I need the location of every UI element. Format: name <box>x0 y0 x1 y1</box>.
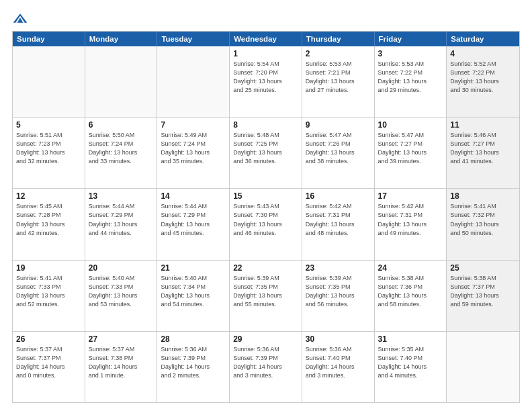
day-info: Sunrise: 5:53 AM Sunset: 7:21 PM Dayligh… <box>306 60 371 95</box>
day-number: 25 <box>450 263 516 273</box>
day-info: Sunrise: 5:41 AM Sunset: 7:32 PM Dayligh… <box>450 202 516 237</box>
day-cell: 20Sunrise: 5:40 AM Sunset: 7:33 PM Dayli… <box>85 261 158 331</box>
day-info: Sunrise: 5:47 AM Sunset: 7:27 PM Dayligh… <box>378 131 443 166</box>
day-number: 13 <box>89 191 154 201</box>
day-cell <box>85 46 158 117</box>
day-number: 19 <box>16 263 81 273</box>
day-number: 18 <box>450 191 516 201</box>
day-number: 27 <box>89 334 154 344</box>
day-number: 10 <box>378 120 443 130</box>
week-row: 26Sunrise: 5:37 AM Sunset: 7:37 PM Dayli… <box>13 331 519 402</box>
day-number: 24 <box>378 263 443 273</box>
day-info: Sunrise: 5:43 AM Sunset: 7:30 PM Dayligh… <box>233 202 298 237</box>
day-info: Sunrise: 5:40 AM Sunset: 7:33 PM Dayligh… <box>89 274 154 309</box>
day-info: Sunrise: 5:42 AM Sunset: 7:31 PM Dayligh… <box>378 202 443 237</box>
day-header: Sunday <box>13 32 85 46</box>
day-number: 4 <box>450 49 516 58</box>
day-info: Sunrise: 5:44 AM Sunset: 7:29 PM Dayligh… <box>89 202 154 237</box>
week-row: 12Sunrise: 5:45 AM Sunset: 7:28 PM Dayli… <box>13 188 519 259</box>
day-number: 21 <box>161 263 226 273</box>
day-info: Sunrise: 5:53 AM Sunset: 7:22 PM Dayligh… <box>378 60 443 95</box>
day-number: 15 <box>233 191 298 201</box>
day-cell: 23Sunrise: 5:39 AM Sunset: 7:35 PM Dayli… <box>302 261 375 331</box>
day-cell: 12Sunrise: 5:45 AM Sunset: 7:28 PM Dayli… <box>13 189 85 259</box>
day-info: Sunrise: 5:36 AM Sunset: 7:39 PM Dayligh… <box>233 345 298 380</box>
day-number: 1 <box>233 49 298 58</box>
day-number: 23 <box>306 263 371 273</box>
week-row: 1Sunrise: 5:54 AM Sunset: 7:20 PM Daylig… <box>13 46 519 117</box>
day-cell: 13Sunrise: 5:44 AM Sunset: 7:29 PM Dayli… <box>85 189 158 259</box>
day-info: Sunrise: 5:41 AM Sunset: 7:33 PM Dayligh… <box>16 274 81 309</box>
page: SundayMondayTuesdayWednesdayThursdayFrid… <box>0 0 532 411</box>
day-number: 31 <box>378 334 443 344</box>
day-number: 6 <box>89 120 154 130</box>
day-cell: 4Sunrise: 5:52 AM Sunset: 7:22 PM Daylig… <box>447 46 519 117</box>
day-number: 16 <box>306 191 371 201</box>
day-cell <box>447 332 519 402</box>
day-number: 29 <box>233 334 298 344</box>
logo <box>12 12 31 24</box>
calendar: SundayMondayTuesdayWednesdayThursdayFrid… <box>12 31 520 403</box>
day-info: Sunrise: 5:39 AM Sunset: 7:35 PM Dayligh… <box>306 274 371 309</box>
day-number: 5 <box>16 120 81 130</box>
day-number: 26 <box>16 334 81 344</box>
day-number: 28 <box>161 334 226 344</box>
day-cell: 29Sunrise: 5:36 AM Sunset: 7:39 PM Dayli… <box>230 332 302 402</box>
logo-icon <box>12 12 28 24</box>
day-info: Sunrise: 5:40 AM Sunset: 7:34 PM Dayligh… <box>161 274 226 309</box>
day-number: 7 <box>161 120 226 130</box>
day-cell: 1Sunrise: 5:54 AM Sunset: 7:20 PM Daylig… <box>230 46 302 117</box>
day-cell: 30Sunrise: 5:36 AM Sunset: 7:40 PM Dayli… <box>302 332 375 402</box>
day-cell: 11Sunrise: 5:46 AM Sunset: 7:27 PM Dayli… <box>447 118 519 188</box>
day-number: 3 <box>378 49 443 58</box>
day-cell <box>13 46 85 117</box>
day-info: Sunrise: 5:36 AM Sunset: 7:40 PM Dayligh… <box>306 345 371 380</box>
day-info: Sunrise: 5:52 AM Sunset: 7:22 PM Dayligh… <box>450 60 516 95</box>
day-info: Sunrise: 5:39 AM Sunset: 7:35 PM Dayligh… <box>233 274 298 309</box>
day-cell <box>157 46 230 117</box>
day-number: 14 <box>161 191 226 201</box>
day-number: 2 <box>306 49 371 58</box>
day-info: Sunrise: 5:44 AM Sunset: 7:29 PM Dayligh… <box>161 202 226 237</box>
day-cell: 9Sunrise: 5:47 AM Sunset: 7:26 PM Daylig… <box>302 118 375 188</box>
day-number: 9 <box>306 120 371 130</box>
day-cell: 28Sunrise: 5:36 AM Sunset: 7:39 PM Dayli… <box>157 332 230 402</box>
day-cell: 5Sunrise: 5:51 AM Sunset: 7:23 PM Daylig… <box>13 118 85 188</box>
day-number: 11 <box>450 120 516 130</box>
day-info: Sunrise: 5:48 AM Sunset: 7:25 PM Dayligh… <box>233 131 298 166</box>
day-info: Sunrise: 5:47 AM Sunset: 7:26 PM Dayligh… <box>306 131 371 166</box>
day-cell: 21Sunrise: 5:40 AM Sunset: 7:34 PM Dayli… <box>157 261 230 331</box>
day-info: Sunrise: 5:51 AM Sunset: 7:23 PM Dayligh… <box>16 131 81 166</box>
day-info: Sunrise: 5:49 AM Sunset: 7:24 PM Dayligh… <box>161 131 226 166</box>
day-info: Sunrise: 5:46 AM Sunset: 7:27 PM Dayligh… <box>450 131 516 166</box>
day-info: Sunrise: 5:37 AM Sunset: 7:38 PM Dayligh… <box>89 345 154 380</box>
day-header: Saturday <box>447 32 519 46</box>
day-info: Sunrise: 5:54 AM Sunset: 7:20 PM Dayligh… <box>233 60 298 95</box>
day-cell: 19Sunrise: 5:41 AM Sunset: 7:33 PM Dayli… <box>13 261 85 331</box>
week-row: 19Sunrise: 5:41 AM Sunset: 7:33 PM Dayli… <box>13 260 519 331</box>
day-info: Sunrise: 5:42 AM Sunset: 7:31 PM Dayligh… <box>306 202 371 237</box>
day-info: Sunrise: 5:36 AM Sunset: 7:39 PM Dayligh… <box>161 345 226 380</box>
day-number: 30 <box>306 334 371 344</box>
day-number: 12 <box>16 191 81 201</box>
day-cell: 27Sunrise: 5:37 AM Sunset: 7:38 PM Dayli… <box>85 332 158 402</box>
day-info: Sunrise: 5:38 AM Sunset: 7:37 PM Dayligh… <box>450 274 516 309</box>
day-cell: 3Sunrise: 5:53 AM Sunset: 7:22 PM Daylig… <box>375 46 447 117</box>
day-info: Sunrise: 5:38 AM Sunset: 7:36 PM Dayligh… <box>378 274 443 309</box>
day-cell: 15Sunrise: 5:43 AM Sunset: 7:30 PM Dayli… <box>230 189 302 259</box>
day-cell: 7Sunrise: 5:49 AM Sunset: 7:24 PM Daylig… <box>157 118 230 188</box>
day-cell: 6Sunrise: 5:50 AM Sunset: 7:24 PM Daylig… <box>85 118 158 188</box>
day-cell: 31Sunrise: 5:35 AM Sunset: 7:40 PM Dayli… <box>375 332 447 402</box>
day-header: Tuesday <box>157 32 230 46</box>
day-number: 22 <box>233 263 298 273</box>
day-cell: 8Sunrise: 5:48 AM Sunset: 7:25 PM Daylig… <box>230 118 302 188</box>
day-header: Thursday <box>302 32 375 46</box>
day-cell: 14Sunrise: 5:44 AM Sunset: 7:29 PM Dayli… <box>157 189 230 259</box>
day-cell: 18Sunrise: 5:41 AM Sunset: 7:32 PM Dayli… <box>447 189 519 259</box>
day-cell: 16Sunrise: 5:42 AM Sunset: 7:31 PM Dayli… <box>302 189 375 259</box>
day-info: Sunrise: 5:45 AM Sunset: 7:28 PM Dayligh… <box>16 202 81 237</box>
week-row: 5Sunrise: 5:51 AM Sunset: 7:23 PM Daylig… <box>13 117 519 188</box>
day-header: Wednesday <box>230 32 302 46</box>
header <box>12 12 520 24</box>
day-cell: 25Sunrise: 5:38 AM Sunset: 7:37 PM Dayli… <box>447 261 519 331</box>
